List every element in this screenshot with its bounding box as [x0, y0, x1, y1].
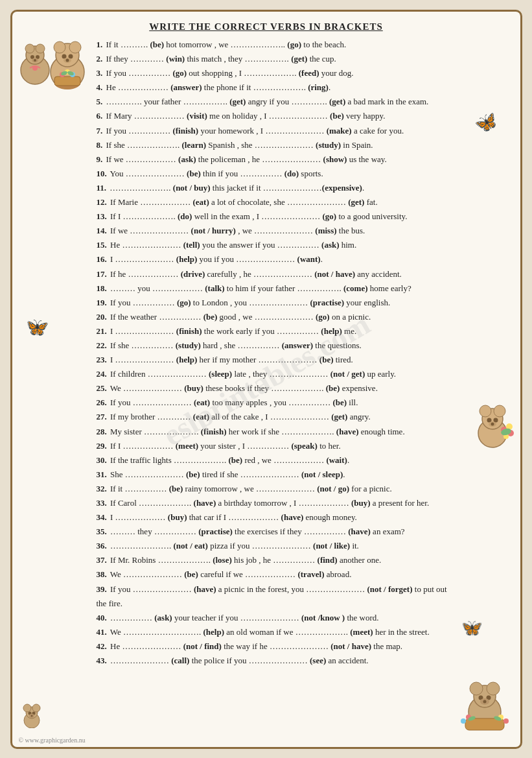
exercise-line: 7. If you …………… (finish) your homework ,…	[97, 124, 459, 138]
exercise-line: 42. He ………………… (not / find) the way if h…	[97, 639, 459, 654]
line-number: 8.	[97, 140, 103, 150]
exercise-line: 20. If the weather …………… (be) good , we …	[97, 310, 459, 324]
exercises-block: 1. If it ………. (be) hot tomorrow , we …………	[97, 38, 459, 668]
butterfly-yellow: 🦋	[459, 616, 483, 639]
exercise-line: 14. If we ………………… (not / hurry) , we …………	[97, 224, 459, 238]
line-number: 35.	[97, 527, 107, 536]
exercise-line: 40. …………… (ask) your teacher if you ……………	[97, 611, 459, 625]
exercise-line: 41. We ………………………. (help) an old woman if…	[97, 625, 459, 639]
bear-bottom-right	[456, 673, 514, 734]
exercise-line: 43. ………………… (call) the police if you …………	[97, 654, 459, 668]
line-number: 43.	[97, 656, 107, 665]
line-number: 38.	[97, 569, 107, 579]
bear-top-left	[16, 15, 87, 95]
line-number: 36.	[97, 541, 107, 551]
footer-text: © www.graphicgarden.nu	[19, 737, 86, 744]
exercise-line: 24. If children ………………… (sleep) late , t…	[97, 367, 459, 381]
line-number: 23.	[97, 355, 107, 364]
line-number: 6.	[97, 111, 103, 121]
exercise-line: 5. …………. your father ……………. (get) angry …	[97, 95, 459, 109]
line-number: 11.	[97, 183, 107, 193]
svg-point-49	[503, 718, 509, 724]
line-number: 9.	[97, 154, 103, 164]
exercise-line: 15. He ………………… (tell) you the answer if …	[97, 238, 459, 252]
exercise-line: 18. ……… you ……………… (talk) to him if your…	[97, 281, 459, 296]
line-number: 10.	[97, 169, 107, 178]
line-number: 21.	[97, 326, 107, 336]
line-number: 24.	[97, 369, 107, 379]
line-number: 7.	[97, 126, 103, 136]
line-number: 20.	[97, 312, 107, 322]
line-number: 2.	[97, 54, 103, 64]
exercise-line: 26. If you ………………… (eat) too many apples…	[97, 396, 459, 410]
bear-bottom-left	[19, 702, 45, 731]
line-number: 34.	[97, 512, 107, 522]
exercise-line: 25. We ………………… (buy) these books if they…	[97, 381, 459, 396]
svg-point-40	[487, 682, 500, 695]
line-number: 32.	[97, 484, 107, 493]
exercise-line: 39. If you ………………… (have) a picnic in th…	[97, 582, 459, 611]
line-number: 41.	[97, 627, 107, 637]
exercise-line: 30. If the traffic lights ………………. (be) r…	[97, 453, 459, 468]
exercise-line: 8. If she ………………. (learn) Spanish , she …	[97, 138, 459, 152]
worksheet-title: WRITE THE CORRECT VERBS IN BRACKETS	[22, 21, 511, 32]
line-number: 19.	[97, 298, 107, 307]
line-number: 4.	[97, 82, 103, 92]
exercise-line: 22. If she …………… (study) hard , she ……………	[97, 338, 459, 353]
svg-point-31	[491, 423, 494, 426]
line-number: 13.	[97, 211, 107, 221]
line-number: 1.	[97, 40, 103, 49]
line-number: 17.	[97, 269, 107, 279]
line-number: 27.	[97, 412, 107, 421]
svg-point-16	[65, 59, 69, 62]
exercise-line: 16. I ………………… (help) you if you ………………… …	[97, 252, 459, 266]
line-number: 29.	[97, 441, 107, 451]
exercise-line: 4. He ……………… (answer) the phone if it ………	[97, 80, 459, 95]
line-number: 18.	[97, 283, 107, 293]
exercise-line: 12. If Marie ……………… (eat) a lot of choco…	[97, 195, 459, 209]
exercise-line: 37. If Mr. Robins ………………. (lose) his job…	[97, 553, 459, 567]
exercise-line: 36. …………………. (not / eat) pizza if you ………	[97, 539, 459, 553]
line-number: 39.	[97, 584, 107, 594]
line-number: 30.	[97, 455, 107, 465]
exercise-line: 29. If I ……………… (meet) your sister , I ……	[97, 439, 459, 453]
exercise-line: 34. I ……………… (buy) that car if I ……………… …	[97, 510, 459, 525]
svg-point-7	[34, 59, 36, 62]
butterfly-blue: 🦋	[23, 314, 50, 340]
exercise-line: 10. You ………………… (be) thin if you …………… (…	[97, 167, 459, 181]
line-number: 15.	[97, 240, 107, 250]
exercise-line: 28. My sister ………….……. (finish) her work…	[97, 425, 459, 439]
bear-mid-right	[468, 394, 517, 455]
line-number: 37.	[97, 555, 107, 565]
exercise-line: 21. I ………………… (finish) the work early if…	[97, 324, 459, 338]
exercise-line: 33. If Carol ………………. (have) a birthday t…	[97, 496, 459, 510]
svg-point-12	[69, 41, 81, 53]
svg-point-2	[25, 44, 34, 53]
svg-point-54	[23, 704, 31, 712]
exercise-line: 3. If you …………… (go) out shopping , I ………	[97, 66, 459, 80]
svg-rect-18	[54, 77, 80, 86]
exercise-line: 9. If we ……………… (ask) the policeman , he…	[97, 152, 459, 167]
line-number: 5.	[97, 97, 103, 106]
line-number: 12.	[97, 197, 107, 207]
exercise-line: 2. If they ………… (win) this match , they …	[97, 52, 459, 66]
butterfly-purple: 🦋	[472, 109, 500, 137]
line-number: 22.	[97, 340, 107, 350]
line-number: 28.	[97, 427, 107, 436]
line-number: 25.	[97, 383, 107, 393]
svg-point-44	[483, 700, 486, 704]
line-number: 3.	[97, 68, 103, 78]
svg-point-39	[470, 682, 483, 695]
svg-point-26	[480, 405, 491, 417]
svg-point-48	[461, 718, 466, 724]
svg-point-11	[54, 41, 65, 53]
exercise-line: 27. If my brother ………… (eat) all of the …	[97, 410, 459, 424]
line-number: 33.	[97, 498, 107, 508]
svg-point-55	[32, 704, 40, 712]
line-number: 26.	[97, 397, 107, 407]
exercise-line: 17. If he ……………… (drive) carefully , he …	[97, 267, 459, 281]
exercise-line: 19. If you …………… (go) to London , you ………	[97, 296, 459, 310]
line-number: 31.	[97, 469, 107, 479]
exercise-line: 6. If Mary ……………… (visit) me on holiday …	[97, 109, 459, 123]
line-number: 16.	[97, 254, 107, 264]
